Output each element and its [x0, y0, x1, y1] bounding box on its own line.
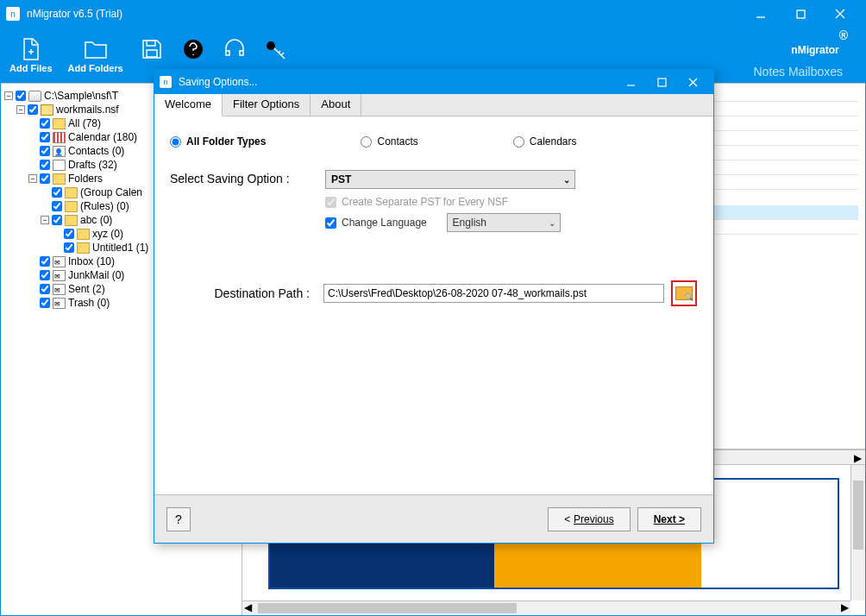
inbox-icon — [53, 256, 66, 267]
tree-label[interactable]: All (78) — [68, 116, 101, 130]
folder-plus-icon — [83, 37, 109, 61]
app-icon: n — [6, 7, 20, 21]
tree-label[interactable]: Inbox (10) — [68, 255, 115, 268]
folder-search-icon — [675, 286, 693, 300]
tree-checkbox[interactable] — [64, 229, 74, 239]
radio-calendars[interactable]: Calendars — [513, 135, 577, 148]
tree-checkbox[interactable] — [40, 256, 50, 267]
expand-toggle[interactable]: − — [28, 174, 37, 183]
radio-all-folder-types[interactable]: All Folder Types — [170, 135, 266, 148]
preview-horizontal-scrollbar[interactable]: ◀ ▶ — [242, 600, 850, 615]
help-button[interactable] — [180, 37, 206, 73]
tree-label[interactable]: Folders — [68, 172, 103, 185]
language-value: English — [453, 217, 486, 229]
dialog-minimize-button[interactable] — [615, 70, 646, 94]
tree-label[interactable]: Contacts (0) — [68, 144, 124, 158]
dialog-title: Saving Options... — [179, 76, 615, 88]
tree-label[interactable]: Trash (0) — [68, 296, 110, 310]
help-icon — [180, 37, 206, 61]
destination-path-label: Destination Path : — [170, 286, 317, 300]
tree-label[interactable]: Drafts (32) — [68, 158, 117, 172]
folder-icon — [53, 118, 66, 129]
dialog-maximize-button[interactable] — [646, 70, 677, 94]
tab-welcome[interactable]: Welcome — [154, 94, 223, 116]
vertical-scrollbar[interactable] — [850, 465, 865, 600]
separate-pst-checkbox[interactable]: Create Separate PST for Every NSF — [325, 196, 698, 208]
dialog-tabs: Welcome Filter Options About — [154, 94, 713, 116]
previous-button[interactable]: < Previous — [548, 507, 630, 531]
change-language-checkbox[interactable]: Change Language English ⌄ — [325, 213, 698, 232]
tree-checkbox[interactable] — [40, 146, 50, 156]
tree-label[interactable]: Sent (2) — [68, 282, 105, 296]
tree-checkbox[interactable] — [64, 242, 74, 253]
save-icon — [139, 37, 165, 61]
add-files-button[interactable]: Add Files — [9, 37, 53, 73]
tree-checkbox[interactable] — [40, 284, 50, 294]
drive-icon — [28, 91, 41, 102]
tree-checkbox[interactable] — [52, 187, 62, 198]
tree-checkbox[interactable] — [40, 160, 50, 170]
maximize-button[interactable] — [781, 1, 820, 27]
tree-label[interactable]: C:\Sample\nsf\T — [44, 89, 118, 103]
tree-label[interactable]: workmails.nsf — [56, 103, 119, 116]
scroll-left-icon[interactable]: ◀ — [244, 601, 252, 613]
tree-label[interactable]: Untitled1 (1) — [92, 241, 148, 255]
tree-label[interactable]: JunkMail (0) — [68, 268, 124, 282]
tab-filter-options[interactable]: Filter Options — [223, 94, 311, 116]
contacts-icon — [53, 146, 66, 157]
browse-button[interactable] — [671, 280, 697, 306]
main-titlebar: n nMigrator v6.5 (Trial) — [1, 1, 865, 27]
dialog-footer: ? < Previous Next > — [154, 494, 713, 543]
chevron-down-icon: ⌄ — [549, 218, 555, 228]
sent-icon — [53, 284, 66, 295]
add-folders-button[interactable]: Add Folders — [68, 37, 123, 73]
tree-checkbox[interactable] — [40, 118, 50, 129]
close-button[interactable] — [820, 1, 860, 27]
expand-toggle[interactable]: − — [16, 105, 25, 114]
dialog-help-button[interactable]: ? — [166, 507, 191, 531]
next-button[interactable]: Next > — [637, 507, 701, 531]
radio-contacts[interactable]: Contacts — [361, 135, 417, 148]
tree-label[interactable]: Calendar (180) — [68, 130, 137, 144]
calendar-icon — [53, 132, 66, 143]
tab-about[interactable]: About — [311, 94, 361, 116]
tree-label[interactable]: (Rules) (0) — [80, 199, 129, 213]
tree-checkbox[interactable] — [40, 132, 50, 142]
tree-checkbox[interactable] — [40, 298, 50, 308]
folder-icon — [65, 201, 78, 212]
brand-logo: nMigrator® — [791, 28, 848, 60]
scroll-right-icon[interactable]: ▶ — [850, 450, 865, 465]
folder-type-radios: All Folder Types Contacts Calendars — [170, 135, 698, 148]
dialog-close-button[interactable] — [677, 70, 708, 94]
trash-icon — [53, 298, 66, 309]
brand-subtitle: Notes Mailboxes — [754, 65, 844, 79]
tree-label[interactable]: xyz (0) — [92, 227, 123, 241]
tree-checkbox[interactable] — [40, 173, 50, 184]
svg-rect-9 — [147, 50, 157, 57]
support-button[interactable] — [222, 37, 248, 73]
tree-label[interactable]: (Group Calen — [80, 185, 142, 199]
saving-options-dialog: n Saving Options... Welcome Filter Optio… — [154, 69, 714, 544]
save-button[interactable] — [139, 37, 165, 73]
junkmail-icon — [53, 270, 66, 281]
tree-checkbox[interactable] — [28, 104, 38, 115]
tree-checkbox[interactable] — [40, 270, 50, 280]
language-dropdown[interactable]: English ⌄ — [447, 213, 561, 232]
destination-path-input[interactable] — [323, 284, 664, 303]
saving-format-value: PST — [331, 173, 351, 185]
chevron-down-icon: ⌄ — [563, 175, 570, 185]
saving-format-dropdown[interactable]: PST ⌄ — [325, 170, 575, 189]
scroll-right-icon[interactable]: ▶ — [841, 601, 849, 613]
tree-checkbox[interactable] — [52, 201, 62, 211]
tree-label[interactable]: abc (0) — [80, 213, 112, 227]
minimize-button[interactable] — [741, 1, 781, 27]
tree-checkbox[interactable] — [52, 215, 62, 225]
expand-toggle[interactable]: − — [4, 91, 13, 100]
expand-toggle[interactable]: − — [41, 216, 49, 224]
app-title: nMigrator v6.5 (Trial) — [27, 8, 741, 20]
tree-checkbox[interactable] — [16, 91, 26, 101]
folder-icon — [77, 242, 90, 254]
add-folders-label: Add Folders — [68, 63, 123, 73]
key-button[interactable] — [263, 37, 289, 73]
folder-icon — [53, 173, 66, 185]
